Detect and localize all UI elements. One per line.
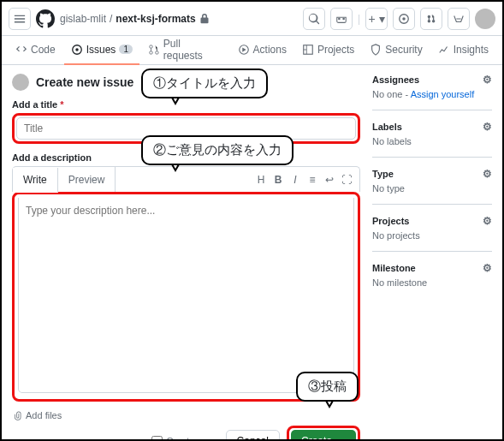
heading-icon[interactable]: H <box>253 174 269 186</box>
github-logo-icon[interactable] <box>36 9 55 28</box>
svg-point-5 <box>75 48 79 51</box>
breadcrumb-repo[interactable]: next-ksj-formats <box>116 13 195 25</box>
lock-icon <box>199 14 210 24</box>
svg-point-1 <box>342 17 345 20</box>
assign-yourself-link[interactable]: Assign yourself <box>411 89 475 99</box>
tab-projects[interactable]: Projects <box>295 36 361 65</box>
link-icon[interactable]: ↩ <box>322 174 337 186</box>
sidebar: Assignees⚙ No one - Assign yourself Labe… <box>372 74 492 441</box>
tab-insights[interactable]: Insights <box>431 36 495 65</box>
create-button[interactable]: Create <box>291 430 356 441</box>
tab-actions[interactable]: Actions <box>231 36 294 65</box>
page-title: Create new issue <box>36 75 133 89</box>
svg-point-3 <box>402 17 406 21</box>
svg-point-7 <box>150 51 152 53</box>
form-footer: Create more Cancel Create <box>12 426 360 441</box>
breadcrumb-separator: / <box>110 13 112 25</box>
write-tab[interactable]: Write <box>13 168 58 193</box>
description-highlight <box>12 192 360 402</box>
breadcrumb: gislab-mlit / next-ksj-formats <box>60 13 298 25</box>
author-avatar <box>12 74 29 91</box>
expand-icon[interactable]: ⛶ <box>339 174 354 186</box>
list-icon[interactable]: ≡ <box>305 174 320 186</box>
title-label: Add a title * <box>12 99 360 110</box>
create-new-button[interactable]: + ▾ <box>365 8 388 30</box>
repo-nav: Code Issues1 Pull requests Actions Proje… <box>2 36 502 65</box>
paperclip-icon <box>12 410 22 420</box>
gear-icon[interactable]: ⚙ <box>483 168 492 180</box>
callout-title: ①タイトルを入力 <box>141 69 268 98</box>
editor-tabs: Write Preview H B I ≡ ↩ ⛶ <box>12 166 360 192</box>
gear-icon[interactable]: ⚙ <box>483 121 492 133</box>
inbox-button[interactable] <box>448 8 470 30</box>
breadcrumb-owner[interactable]: gislab-mlit <box>60 13 106 25</box>
tab-issues[interactable]: Issues1 <box>64 36 139 65</box>
user-avatar[interactable] <box>475 9 495 29</box>
tab-pulls[interactable]: Pull requests <box>141 36 229 65</box>
callout-submit: ③投稿 <box>296 372 359 402</box>
create-highlight: Create <box>287 426 360 441</box>
svg-point-0 <box>338 17 341 20</box>
description-textarea[interactable] <box>18 198 354 393</box>
gear-icon[interactable]: ⚙ <box>483 74 492 86</box>
callout-description: ②ご意見の内容を入力 <box>141 135 294 165</box>
sidebar-labels: Labels⚙ No labels <box>372 121 492 158</box>
gear-icon[interactable]: ⚙ <box>483 215 492 227</box>
add-files-button[interactable]: Add files <box>12 410 360 420</box>
bold-icon[interactable]: B <box>270 174 286 186</box>
editor-toolbar: H B I ≡ ↩ ⛶ <box>253 174 359 186</box>
top-right-actions: | + ▾ <box>303 8 495 30</box>
gear-icon[interactable]: ⚙ <box>483 262 492 274</box>
cancel-button[interactable]: Cancel <box>226 430 280 441</box>
tab-security[interactable]: Security <box>363 36 429 65</box>
top-bar: gislab-mlit / next-ksj-formats | + ▾ <box>2 2 502 36</box>
svg-point-6 <box>150 45 152 47</box>
sidebar-projects: Projects⚙ No projects <box>372 215 492 252</box>
issues-count: 1 <box>119 45 133 54</box>
svg-point-8 <box>156 51 158 53</box>
sidebar-milestone: Milestone⚙ No milestone <box>372 262 492 298</box>
create-more-checkbox[interactable] <box>151 436 163 442</box>
italic-icon[interactable]: I <box>288 174 303 186</box>
chevron-down-icon <box>337 437 346 441</box>
pulls-global-button[interactable] <box>420 8 442 30</box>
sidebar-type: Type⚙ No type <box>372 168 492 205</box>
copilot-button[interactable] <box>330 8 353 30</box>
issues-global-button[interactable] <box>393 8 415 30</box>
sidebar-assignees: Assignees⚙ No one - Assign yourself <box>372 74 492 110</box>
search-button[interactable] <box>303 8 325 30</box>
tab-code[interactable]: Code <box>9 36 62 65</box>
create-more-option[interactable]: Create more <box>151 436 218 442</box>
menu-button[interactable] <box>9 8 31 30</box>
preview-tab[interactable]: Preview <box>58 167 116 192</box>
